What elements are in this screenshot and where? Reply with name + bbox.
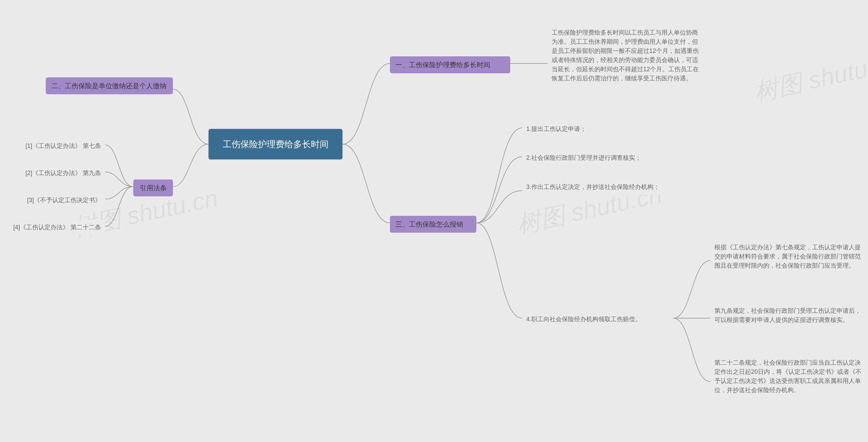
branch-2[interactable]: 二、工伤保险是单位缴纳还是个人缴纳	[46, 77, 173, 94]
branch-3-label: 三、工伤保险怎么报销	[395, 219, 463, 229]
law-branch-label: 引用法条	[140, 183, 167, 193]
branch-3-step-3-text: 3.作出工伤认定决定，并抄送社会保险经办机构；	[526, 182, 659, 192]
branch-3[interactable]: 三、工伤保险怎么报销	[390, 216, 476, 233]
branch-3-step-3[interactable]: 3.作出工伤认定决定，并抄送社会保险经办机构；	[522, 180, 668, 194]
law-item-3[interactable]: [3]《不予认定工伤决定书》	[20, 193, 105, 208]
branch-3-step-2-text: 2.社会保险行政部门受理并进行调查核实；	[526, 153, 641, 162]
branch-3-step-4[interactable]: 4.职工向社会保险经办机构领取工伤赔偿。	[522, 312, 645, 327]
detail-4a-text: 根据《工伤认定办法》第七条规定，工伤认定申请人提交的申请材料符合要求，属于社会保…	[714, 243, 862, 270]
law-branch[interactable]: 引用法条	[133, 179, 173, 196]
detail-4c-text: 第二十二条规定，社会保险行政部门应当自工伤认定决定作出之日起20日内，将《认定工…	[714, 358, 862, 395]
branch-1-detail-text: 工伤保险护理费给多长时间以工伤员工与用人单位协商为准。员工工伤休养期间，护理费由…	[552, 28, 699, 83]
detail-4b-text: 第九条规定，社会保险行政部门受理工伤认定申请后，可以根据需要对申请人提供的证据进…	[714, 306, 862, 325]
law-item-2-text: [2]《工伤认定办法》 第九条	[25, 169, 101, 178]
branch-1-label: 一、工伤保险护理费给多长时间	[395, 60, 490, 70]
branch-3-step-1-text: 1.提出工伤认定申请；	[526, 124, 586, 134]
law-item-1-text: [1]《工伤认定办法》 第七条	[25, 141, 101, 151]
branch-2-label: 二、工伤保险是单位缴纳还是个人缴纳	[51, 81, 166, 91]
law-item-3-text: [3]《不予认定工伤决定书》	[27, 196, 101, 205]
law-item-2[interactable]: [2]《工伤认定办法》 第九条	[20, 166, 105, 180]
branch-3-step-2[interactable]: 2.社会保险行政部门受理并进行调查核实；	[522, 151, 645, 165]
branch-3-step-4-detail-a[interactable]: 根据《工伤认定办法》第七条规定，工伤认定申请人提交的申请材料符合要求，属于社会保…	[710, 240, 866, 273]
branch-3-step-4-text: 4.职工向社会保险经办机构领取工伤赔偿。	[526, 315, 641, 324]
mindmap-canvas: 树图 shutu.cn 树图 shutu.cn 树图 shutu.cn 工伤保险…	[0, 0, 868, 442]
branch-3-step-4-detail-c[interactable]: 第二十二条规定，社会保险行政部门应当自工伤认定决定作出之日起20日内，将《认定工…	[710, 355, 866, 398]
law-item-4-text: [4]《工伤认定办法》 第二十二条	[13, 223, 101, 232]
branch-1-detail[interactable]: 工伤保险护理费给多长时间以工伤员工与用人单位协商为准。员工工伤休养期间，护理费由…	[548, 25, 704, 86]
branch-3-step-1[interactable]: 1.提出工伤认定申请；	[522, 122, 590, 136]
law-item-1[interactable]: [1]《工伤认定办法》 第七条	[20, 139, 105, 153]
branch-3-step-4-detail-b[interactable]: 第九条规定，社会保险行政部门受理工伤认定申请后，可以根据需要对申请人提供的证据进…	[710, 304, 866, 327]
root-title: 工伤保险护理费给多长时间	[223, 138, 329, 151]
branch-1[interactable]: 一、工伤保险护理费给多长时间	[390, 56, 510, 73]
root-node[interactable]: 工伤保险护理费给多长时间	[209, 129, 342, 159]
law-item-4[interactable]: [4]《工伤认定办法》 第二十二条	[7, 220, 105, 235]
